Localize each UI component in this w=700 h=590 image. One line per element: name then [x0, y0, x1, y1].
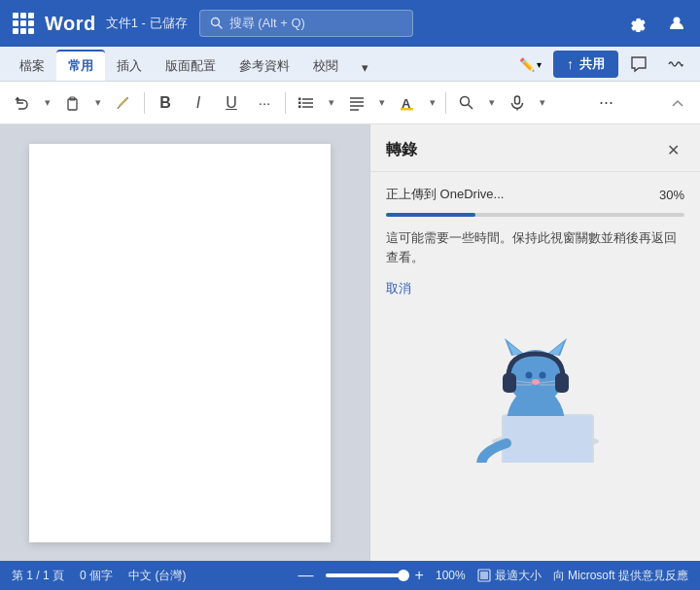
svg-rect-38	[555, 373, 569, 393]
list-button[interactable]	[292, 88, 321, 118]
app-name: Word	[45, 13, 96, 35]
separator-1	[144, 92, 145, 114]
settings-button[interactable]	[622, 8, 653, 39]
svg-point-17	[461, 96, 470, 105]
tab-file[interactable]: 檔案	[8, 52, 56, 81]
undo-button[interactable]	[8, 88, 37, 118]
tab-insert[interactable]: 插入	[105, 52, 154, 81]
settings-icon	[629, 15, 647, 32]
wave-icon	[667, 55, 684, 73]
more-formatting-button[interactable]: ···	[250, 88, 279, 118]
tab-references[interactable]: 參考資料	[228, 52, 301, 81]
svg-rect-9	[298, 101, 301, 104]
svg-line-18	[469, 104, 473, 109]
svg-rect-37	[503, 373, 516, 393]
list-arrow[interactable]: ▾	[325, 88, 338, 118]
find-arrow[interactable]: ▾	[485, 88, 499, 118]
tab-layout[interactable]: 版面配置	[154, 52, 228, 81]
toolbar: ▾ ▾ B I U ··· ▾	[0, 82, 700, 124]
mic-icon	[509, 95, 525, 111]
main-area: 轉錄 ✕ 正上傳到 OneDrive... 30% 這可能需要一些時間。保持此視…	[0, 124, 700, 561]
user-icon	[668, 15, 685, 32]
collapse-ribbon-button[interactable]	[663, 88, 692, 118]
svg-rect-19	[515, 96, 520, 104]
share-label: 共用	[579, 55, 605, 73]
list-icon	[298, 95, 315, 111]
panel-body: 正上傳到 OneDrive... 30% 這可能需要一些時間。保持此視窗關數並稍…	[370, 172, 700, 476]
svg-rect-3	[68, 99, 77, 110]
color-button[interactable]: A	[393, 88, 422, 118]
search-icon	[210, 17, 224, 30]
clipboard-arrow[interactable]: ▾	[91, 88, 105, 118]
wave-button[interactable]	[659, 52, 692, 77]
color-icon: A	[400, 95, 415, 111]
cancel-link[interactable]: 取消	[386, 281, 411, 295]
document-area	[0, 124, 369, 561]
find-button[interactable]	[452, 88, 481, 118]
tab-more[interactable]: ▾	[350, 54, 380, 81]
comment-icon	[630, 55, 648, 73]
align-button[interactable]	[342, 88, 371, 118]
zoom-slider[interactable]	[326, 573, 403, 577]
brush-button[interactable]	[109, 88, 138, 118]
svg-rect-10	[298, 105, 301, 108]
progress-bar-background	[386, 213, 684, 217]
svg-point-30	[525, 372, 532, 379]
user-button[interactable]	[661, 8, 692, 39]
status-right: — + 100% 最適大小 向 Microsoft 提供意見反應	[298, 567, 688, 584]
panel-description: 這可能需要一些時間。保持此視窗關數並稍後再返回查看。	[386, 228, 684, 267]
document-page[interactable]	[29, 144, 331, 542]
search-bar[interactable]: 搜尋 (Alt + Q)	[199, 10, 413, 37]
separator-2	[285, 92, 286, 114]
waffle-menu-button[interactable]	[8, 8, 39, 39]
word-count: 0 個字	[80, 568, 113, 584]
more-tools-icon: ···	[599, 92, 613, 113]
chevron-up-icon	[671, 96, 684, 110]
status-left: 第 1 / 1 頁 0 個字 中文 (台灣)	[12, 568, 186, 584]
svg-rect-43	[480, 572, 488, 579]
feedback-button[interactable]: 向 Microsoft 提供意見反應	[553, 568, 688, 584]
zoom-level: 100%	[436, 569, 466, 582]
title-bar: Word 文件1 - 已儲存 搜尋 (Alt + Q)	[0, 0, 700, 47]
mic-button[interactable]	[503, 88, 532, 118]
tab-review[interactable]: 校閱	[301, 52, 350, 81]
color-arrow[interactable]: ▾	[426, 88, 439, 118]
svg-rect-8	[298, 97, 301, 100]
bold-button[interactable]: B	[151, 88, 180, 118]
panel-title: 轉錄	[386, 140, 417, 160]
cat-illustration	[438, 307, 633, 463]
underline-button[interactable]: U	[217, 88, 246, 118]
progress-bar-fill	[386, 213, 475, 217]
fit-icon	[477, 569, 491, 582]
zoom-plus-button[interactable]: +	[415, 567, 424, 584]
tab-home[interactable]: 常用	[56, 50, 105, 81]
svg-point-0	[211, 18, 219, 26]
align-arrow[interactable]: ▾	[375, 88, 389, 118]
comment-button[interactable]	[622, 52, 655, 77]
undo-arrow[interactable]: ▾	[41, 88, 54, 118]
zoom-minus-button[interactable]: —	[298, 567, 314, 584]
search-placeholder: 搜尋 (Alt + Q)	[229, 15, 305, 32]
fit-label: 最適大小	[477, 568, 542, 584]
separator-3	[445, 92, 446, 114]
italic-icon: I	[196, 94, 200, 112]
italic-button[interactable]: I	[184, 88, 213, 118]
pen-dropdown[interactable]: ✏️ ▾	[511, 50, 549, 79]
panel-close-button[interactable]: ✕	[661, 138, 684, 161]
title-bar-content: Word 文件1 - 已儲存 搜尋 (Alt + Q)	[8, 8, 692, 39]
align-icon	[349, 95, 365, 111]
close-icon: ✕	[667, 141, 680, 159]
status-bar: 第 1 / 1 頁 0 個字 中文 (台灣) — + 100% 最適大小 向 M…	[0, 561, 700, 590]
svg-rect-16	[401, 108, 413, 111]
underline-icon: U	[226, 94, 237, 112]
mic-arrow[interactable]: ▾	[536, 88, 549, 118]
document-title[interactable]: 文件1 - 已儲存	[106, 15, 188, 32]
ribbon-tabs: 檔案 常用 插入 版面配置 參考資料 校閱 ▾ ✏️ ▾ ↑ 共用	[0, 47, 700, 82]
page-info: 第 1 / 1 頁	[12, 568, 64, 584]
clipboard-button[interactable]	[58, 88, 88, 118]
pen-icon: ✏️	[519, 57, 535, 72]
share-icon: ↑	[567, 56, 574, 72]
share-button[interactable]: ↑ 共用	[553, 51, 618, 78]
transcribe-panel: 轉錄 ✕ 正上傳到 OneDrive... 30% 這可能需要一些時間。保持此視…	[369, 124, 700, 561]
more-tools-button[interactable]: ···	[592, 88, 621, 118]
